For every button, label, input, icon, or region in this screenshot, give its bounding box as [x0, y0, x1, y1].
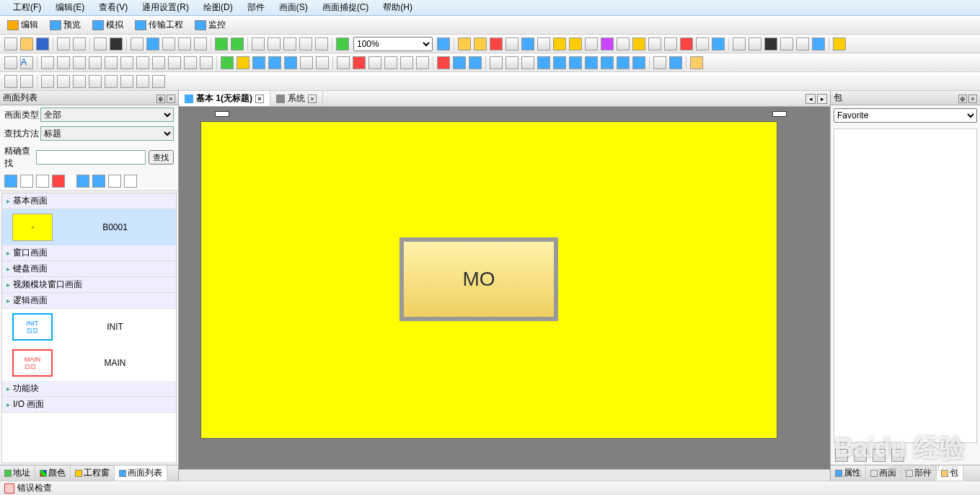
- tab-screen[interactable]: 画面: [866, 465, 901, 481]
- doctab-basic1[interactable]: 基本 1(无标题) ×: [179, 91, 270, 106]
- search-method-select[interactable]: 标题: [40, 126, 174, 141]
- undo-icon[interactable]: [215, 38, 228, 51]
- misc-b-icon[interactable]: [669, 56, 682, 69]
- resize-handle-top-right[interactable]: [772, 111, 787, 117]
- cut-icon[interactable]: [252, 38, 265, 51]
- mode-transfer[interactable]: 传输工程: [131, 17, 187, 32]
- view-c-btn[interactable]: [108, 175, 121, 188]
- polygon-icon[interactable]: [105, 56, 118, 69]
- menu-edit[interactable]: 编辑(E): [48, 0, 92, 15]
- lamp-icon[interactable]: [221, 56, 234, 69]
- menu-capture[interactable]: 画面捕捉(C): [315, 0, 376, 15]
- horizontal-scrollbar[interactable]: [179, 469, 830, 481]
- camera-icon[interactable]: [110, 38, 123, 51]
- tool-b-icon[interactable]: [474, 38, 487, 51]
- screen-tree[interactable]: 基本画面 ▫ B0001 窗口画面 键盘画面 视频模块窗口画面 逻辑画面 INI…: [1, 193, 177, 463]
- tab-color[interactable]: 颜色: [35, 465, 71, 481]
- cat-keyboard-screen[interactable]: 键盘画面: [2, 261, 176, 277]
- tool-h-icon[interactable]: [601, 38, 614, 51]
- tool-l-icon[interactable]: [696, 38, 709, 51]
- align-c-icon[interactable]: [73, 75, 86, 88]
- table-icon[interactable]: [200, 56, 213, 69]
- chart-icon[interactable]: [368, 56, 381, 69]
- tab-address[interactable]: 地址: [0, 465, 35, 481]
- rect-icon[interactable]: [89, 56, 102, 69]
- ungroup-icon[interactable]: [20, 75, 33, 88]
- close-tab-icon[interactable]: ×: [308, 95, 317, 103]
- close-panel-icon[interactable]: ×: [968, 95, 977, 103]
- tool-j-icon[interactable]: [664, 38, 677, 51]
- mode-monitor[interactable]: 监控: [190, 17, 230, 32]
- tool-i-icon[interactable]: [617, 38, 630, 51]
- gauge-icon[interactable]: [416, 56, 429, 69]
- screen-item-b0001[interactable]: ▫ B0001: [2, 209, 176, 245]
- group-icon[interactable]: [4, 75, 17, 88]
- tool-m-icon[interactable]: [712, 38, 725, 51]
- key-icon[interactable]: [553, 38, 566, 51]
- new-screen-icon[interactable]: [131, 38, 144, 51]
- line-icon[interactable]: [57, 56, 70, 69]
- design-surface[interactable]: MO: [200, 121, 777, 439]
- sound-icon[interactable]: [632, 38, 645, 51]
- favorite-area[interactable]: [834, 128, 977, 443]
- win-i-icon[interactable]: [617, 56, 630, 69]
- fav-tool-b[interactable]: [854, 449, 867, 462]
- tool-c-icon[interactable]: [490, 38, 503, 51]
- lang-icon[interactable]: [648, 38, 661, 51]
- tool-f-icon[interactable]: [537, 38, 550, 51]
- scale-icon[interactable]: [184, 56, 197, 69]
- align-e-icon[interactable]: [105, 75, 118, 88]
- search-input[interactable]: [36, 150, 146, 165]
- fav-tool-a[interactable]: [835, 449, 848, 462]
- tool-d-icon[interactable]: [506, 38, 518, 51]
- text-icon[interactable]: A: [20, 56, 33, 69]
- tab-package[interactable]: 包: [937, 465, 963, 481]
- pie-icon[interactable]: [152, 56, 165, 69]
- part-a-icon[interactable]: [453, 56, 466, 69]
- view-icon[interactable]: [437, 38, 450, 51]
- grid-icon[interactable]: [300, 56, 313, 69]
- tab-prev-icon[interactable]: ◂: [805, 94, 816, 104]
- cat-io-screen[interactable]: I/O 画面: [2, 397, 176, 413]
- mode-simulate[interactable]: 模拟: [88, 17, 128, 32]
- print-preview-icon[interactable]: [73, 38, 86, 51]
- check-icon[interactable]: [336, 38, 349, 51]
- properties-icon[interactable]: [94, 38, 107, 51]
- align-h-icon[interactable]: [152, 75, 165, 88]
- tool-q-icon[interactable]: [780, 38, 793, 51]
- cat-logic-screen[interactable]: 逻辑画面: [2, 293, 176, 309]
- bulb-icon[interactable]: [237, 56, 250, 69]
- open-icon[interactable]: [20, 38, 33, 51]
- zoom-select[interactable]: 100%: [353, 37, 433, 51]
- tool-n-icon[interactable]: [733, 38, 746, 51]
- delete-icon[interactable]: [315, 38, 328, 51]
- redo-icon[interactable]: [231, 38, 244, 51]
- screens-icon[interactable]: [162, 38, 175, 51]
- print-icon[interactable]: [57, 38, 70, 51]
- folder-icon[interactable]: [178, 38, 191, 51]
- line-chart-icon[interactable]: [384, 56, 397, 69]
- copy-icon[interactable]: [268, 38, 281, 51]
- screen-type-select[interactable]: 全部: [40, 108, 174, 122]
- fav-tool-d[interactable]: [891, 449, 904, 462]
- screen-icon[interactable]: [146, 38, 159, 51]
- circle-icon[interactable]: [120, 56, 133, 69]
- screen-item-init[interactable]: INIT⊡⊡ INIT: [2, 309, 176, 345]
- win-g-icon[interactable]: [585, 56, 598, 69]
- cat-video-screen[interactable]: 视频模块窗口画面: [2, 277, 176, 293]
- tab-properties[interactable]: 属性: [831, 465, 866, 481]
- tab-workwin[interactable]: 工程窗: [71, 465, 115, 481]
- meter-icon[interactable]: [400, 56, 413, 69]
- error-check-bar[interactable]: 错误检查: [0, 481, 980, 495]
- align-a-icon[interactable]: [41, 75, 54, 88]
- save-icon[interactable]: [36, 38, 49, 51]
- cat-basic-screen[interactable]: 基本画面: [2, 193, 176, 209]
- tool-k-icon[interactable]: [680, 38, 693, 51]
- misc-a-icon[interactable]: [653, 56, 666, 69]
- filled-rect-icon[interactable]: [168, 56, 181, 69]
- tab-screenlist[interactable]: 画面列表: [115, 465, 167, 481]
- display2-icon[interactable]: [268, 56, 281, 69]
- display3-icon[interactable]: [284, 56, 297, 69]
- duplicate-icon[interactable]: [299, 38, 312, 51]
- win-b-icon[interactable]: [506, 56, 518, 69]
